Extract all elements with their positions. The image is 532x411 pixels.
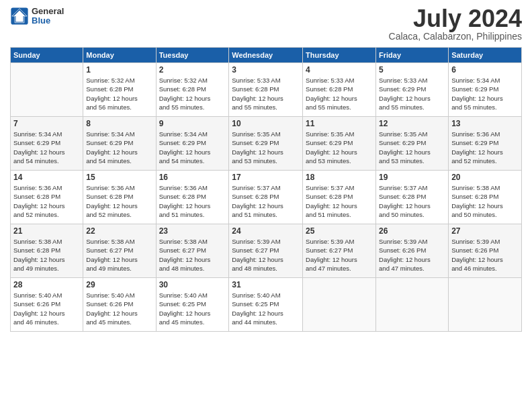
header-row: Sunday Monday Tuesday Wednesday Thursday…	[11, 48, 522, 63]
calendar-cell: 25Sunrise: 5:39 AM Sunset: 6:27 PM Dayli…	[303, 224, 376, 278]
day-number: 19	[379, 173, 445, 182]
day-info: Sunrise: 5:38 AM Sunset: 6:27 PM Dayligh…	[86, 237, 152, 273]
day-info: Sunrise: 5:36 AM Sunset: 6:28 PM Dayligh…	[86, 183, 152, 219]
day-info: Sunrise: 5:40 AM Sunset: 6:25 PM Dayligh…	[232, 291, 300, 326]
calendar-cell: 2Sunrise: 5:32 AM Sunset: 6:28 PM Daylig…	[156, 63, 229, 117]
calendar-cell: 27Sunrise: 5:39 AM Sunset: 6:26 PM Dayli…	[449, 224, 522, 278]
calendar-cell: 15Sunrise: 5:36 AM Sunset: 6:28 PM Dayli…	[83, 171, 156, 224]
day-number: 28	[13, 280, 80, 289]
col-sunday: Sunday	[11, 48, 83, 63]
calendar-week-2: 14Sunrise: 5:36 AM Sunset: 6:28 PM Dayli…	[11, 171, 522, 224]
title-section: July 2024 Calaca, Calabarzon, Philippine…	[389, 7, 522, 42]
col-friday: Friday	[376, 48, 449, 63]
day-number: 26	[379, 226, 445, 236]
day-info: Sunrise: 5:36 AM Sunset: 6:28 PM Dayligh…	[159, 183, 226, 219]
col-monday: Monday	[83, 48, 156, 63]
day-number: 13	[451, 119, 519, 128]
day-info: Sunrise: 5:40 AM Sunset: 6:26 PM Dayligh…	[13, 291, 80, 326]
day-number: 30	[159, 280, 226, 289]
day-info: Sunrise: 5:34 AM Sunset: 6:29 PM Dayligh…	[86, 130, 152, 165]
day-info: Sunrise: 5:34 AM Sunset: 6:29 PM Dayligh…	[159, 130, 226, 165]
calendar-cell: 31Sunrise: 5:40 AM Sunset: 6:25 PM Dayli…	[229, 278, 303, 332]
day-number: 20	[451, 173, 519, 182]
logo: General Blue	[10, 7, 64, 26]
day-info: Sunrise: 5:39 AM Sunset: 6:27 PM Dayligh…	[232, 237, 300, 273]
day-number: 12	[379, 119, 445, 128]
calendar-cell: 16Sunrise: 5:36 AM Sunset: 6:28 PM Dayli…	[156, 171, 229, 224]
calendar-cell: 21Sunrise: 5:38 AM Sunset: 6:28 PM Dayli…	[11, 224, 83, 278]
day-number: 4	[306, 65, 373, 75]
day-info: Sunrise: 5:33 AM Sunset: 6:28 PM Dayligh…	[232, 76, 300, 111]
day-info: Sunrise: 5:35 AM Sunset: 6:29 PM Dayligh…	[232, 130, 300, 165]
calendar-cell: 24Sunrise: 5:39 AM Sunset: 6:27 PM Dayli…	[229, 224, 303, 278]
calendar-cell: 19Sunrise: 5:37 AM Sunset: 6:28 PM Dayli…	[376, 171, 449, 224]
day-info: Sunrise: 5:33 AM Sunset: 6:28 PM Dayligh…	[306, 76, 373, 111]
header: General Blue July 2024 Calaca, Calabarzo…	[10, 7, 522, 42]
day-number: 22	[86, 226, 152, 236]
calendar-table: Sunday Monday Tuesday Wednesday Thursday…	[10, 47, 522, 332]
calendar-cell: 23Sunrise: 5:38 AM Sunset: 6:27 PM Dayli…	[156, 224, 229, 278]
day-number: 21	[13, 226, 80, 236]
col-tuesday: Tuesday	[156, 48, 229, 63]
day-number: 15	[86, 173, 152, 182]
calendar-cell: 20Sunrise: 5:38 AM Sunset: 6:28 PM Dayli…	[449, 171, 522, 224]
day-info: Sunrise: 5:38 AM Sunset: 6:28 PM Dayligh…	[13, 237, 80, 273]
day-info: Sunrise: 5:40 AM Sunset: 6:25 PM Dayligh…	[159, 291, 226, 326]
calendar-cell: 13Sunrise: 5:36 AM Sunset: 6:29 PM Dayli…	[449, 117, 522, 171]
logo-blue: Blue	[32, 16, 64, 26]
calendar-week-4: 28Sunrise: 5:40 AM Sunset: 6:26 PM Dayli…	[11, 278, 522, 332]
calendar-week-3: 21Sunrise: 5:38 AM Sunset: 6:28 PM Dayli…	[11, 224, 522, 278]
day-number: 2	[159, 65, 226, 75]
calendar-cell	[303, 278, 376, 332]
day-number: 14	[13, 173, 80, 182]
day-number: 11	[306, 119, 373, 128]
col-wednesday: Wednesday	[229, 48, 303, 63]
day-number: 25	[306, 226, 373, 236]
day-info: Sunrise: 5:37 AM Sunset: 6:28 PM Dayligh…	[306, 183, 373, 219]
day-info: Sunrise: 5:35 AM Sunset: 6:29 PM Dayligh…	[379, 130, 445, 165]
month-title: July 2024	[389, 7, 522, 31]
day-number: 3	[232, 65, 300, 75]
day-info: Sunrise: 5:38 AM Sunset: 6:28 PM Dayligh…	[451, 183, 519, 219]
calendar-cell: 7Sunrise: 5:34 AM Sunset: 6:29 PM Daylig…	[11, 117, 83, 171]
day-number: 29	[86, 280, 152, 289]
main-container: General Blue July 2024 Calaca, Calabarzo…	[0, 0, 532, 338]
day-info: Sunrise: 5:32 AM Sunset: 6:28 PM Dayligh…	[86, 76, 152, 111]
day-number: 18	[306, 173, 373, 182]
day-info: Sunrise: 5:39 AM Sunset: 6:27 PM Dayligh…	[306, 237, 373, 273]
day-number: 17	[232, 173, 300, 182]
day-number: 10	[232, 119, 300, 128]
day-info: Sunrise: 5:40 AM Sunset: 6:26 PM Dayligh…	[86, 291, 152, 326]
calendar-cell: 3Sunrise: 5:33 AM Sunset: 6:28 PM Daylig…	[229, 63, 303, 117]
calendar-cell	[449, 278, 522, 332]
calendar-cell: 6Sunrise: 5:34 AM Sunset: 6:29 PM Daylig…	[449, 63, 522, 117]
day-number: 23	[159, 226, 226, 236]
calendar-cell: 22Sunrise: 5:38 AM Sunset: 6:27 PM Dayli…	[83, 224, 156, 278]
day-number: 16	[159, 173, 226, 182]
day-info: Sunrise: 5:36 AM Sunset: 6:28 PM Dayligh…	[13, 183, 80, 219]
calendar-cell	[11, 63, 83, 117]
calendar-cell: 5Sunrise: 5:33 AM Sunset: 6:29 PM Daylig…	[376, 63, 449, 117]
calendar-cell: 8Sunrise: 5:34 AM Sunset: 6:29 PM Daylig…	[83, 117, 156, 171]
calendar-week-1: 7Sunrise: 5:34 AM Sunset: 6:29 PM Daylig…	[11, 117, 522, 171]
calendar-cell: 28Sunrise: 5:40 AM Sunset: 6:26 PM Dayli…	[11, 278, 83, 332]
logo-text: General Blue	[32, 7, 64, 26]
location-title: Calaca, Calabarzon, Philippines	[389, 31, 522, 42]
day-info: Sunrise: 5:37 AM Sunset: 6:28 PM Dayligh…	[379, 183, 445, 219]
day-number: 24	[232, 226, 300, 236]
day-info: Sunrise: 5:33 AM Sunset: 6:29 PM Dayligh…	[379, 76, 445, 111]
calendar-cell: 30Sunrise: 5:40 AM Sunset: 6:25 PM Dayli…	[156, 278, 229, 332]
calendar-cell: 11Sunrise: 5:35 AM Sunset: 6:29 PM Dayli…	[303, 117, 376, 171]
day-number: 9	[159, 119, 226, 128]
day-info: Sunrise: 5:37 AM Sunset: 6:28 PM Dayligh…	[232, 183, 300, 219]
logo-icon	[10, 7, 29, 26]
day-info: Sunrise: 5:39 AM Sunset: 6:26 PM Dayligh…	[379, 237, 445, 273]
day-number: 1	[86, 65, 152, 75]
day-number: 27	[451, 226, 519, 236]
calendar-cell: 26Sunrise: 5:39 AM Sunset: 6:26 PM Dayli…	[376, 224, 449, 278]
day-number: 8	[86, 119, 152, 128]
calendar-cell: 10Sunrise: 5:35 AM Sunset: 6:29 PM Dayli…	[229, 117, 303, 171]
day-info: Sunrise: 5:39 AM Sunset: 6:26 PM Dayligh…	[451, 237, 519, 273]
day-number: 5	[379, 65, 445, 75]
calendar-cell: 14Sunrise: 5:36 AM Sunset: 6:28 PM Dayli…	[11, 171, 83, 224]
